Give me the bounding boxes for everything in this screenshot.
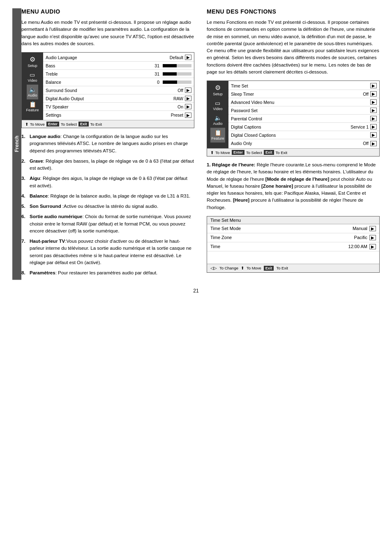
change-text: To Change xyxy=(219,266,238,270)
right-section-title: MENU DES FONCTIONS xyxy=(207,8,380,15)
audio-language-value: Default xyxy=(170,55,183,60)
list-num-6: 6. xyxy=(21,213,28,235)
list-label-3: Aigu xyxy=(30,176,40,181)
digital-closed-captions-label: Digital Closed Captions xyxy=(231,133,356,138)
timeset-move-icon: ⬆ xyxy=(241,266,244,270)
audio-label: Audio xyxy=(28,93,37,97)
feature-exit-text: To Exit xyxy=(276,150,288,155)
list-item-2: 2. Grave: Réglage des basses, la plage d… xyxy=(21,158,194,172)
list-content-5: Son Surround :Active ou désactive la sté… xyxy=(30,203,194,210)
list-item-4: 4. Balance: Réglage de la balance audio,… xyxy=(21,193,194,200)
password-label: Password Set xyxy=(231,108,356,113)
feature-menu-icon-video: ▭ Video xyxy=(212,98,224,113)
timeset-box-title: Time Set Menu xyxy=(207,216,379,224)
feature-setup-icon: ⚙ xyxy=(215,85,221,91)
timeset-zone-value: Pacific xyxy=(347,235,367,240)
list-item-7: 7. Haut-parleur TV:Vous pouvez choisir d… xyxy=(21,238,194,266)
video-icon: ▭ xyxy=(30,72,35,78)
digital-audio-arrow[interactable]: ▶ xyxy=(185,96,191,101)
menu-row-tv-speaker: TV Speaker On ▶ xyxy=(43,103,194,111)
surround-value: Off xyxy=(171,88,183,93)
list-num-3: 3. xyxy=(21,175,28,189)
left-section-title: MENU AUDIO xyxy=(21,8,194,15)
balance-bar-track xyxy=(163,81,191,84)
menu-row-bass: Bass 31 xyxy=(43,62,194,70)
settings-arrow[interactable]: ▶ xyxy=(185,113,191,118)
digital-closed-captions-arrow[interactable]: ▶ xyxy=(370,132,377,138)
menu-row-time-set: Time Set ▶ xyxy=(228,82,379,90)
balance-label: Balance xyxy=(46,80,147,85)
audio-language-arrow[interactable]: ▶ xyxy=(185,55,191,60)
timeset-row-zone: Time Zone Pacific ▶ xyxy=(207,233,379,242)
audio-menu-footer: ⬆ To Move Enter To Select Exit To Exit xyxy=(22,120,194,128)
timeset-move-text: To Move xyxy=(247,266,261,270)
exit-text: To Exit xyxy=(90,122,102,127)
menu-icon-feature: 📋 Feature xyxy=(25,99,39,114)
timeset-zone-arrow[interactable]: ▶ xyxy=(369,235,376,240)
list-content-2: Grave: Réglage des basses, la plage de r… xyxy=(30,158,194,172)
menu-icon-video: ▭ Video xyxy=(27,70,38,85)
audio-only-arrow[interactable]: ▶ xyxy=(370,141,377,146)
page-number: 21 xyxy=(12,288,380,294)
timeset-mode-arrow[interactable]: ▶ xyxy=(369,226,376,231)
left-numbered-list: 1. Langue audio: Change la configuration… xyxy=(21,133,194,276)
right-intro-text: Le menu Fonctions en mode TV est présent… xyxy=(207,19,380,76)
timeset-time-arrow[interactable]: ▶ xyxy=(369,244,376,249)
menu-row-balance: Balance 0 xyxy=(43,78,194,86)
list-num-4: 4. xyxy=(21,193,28,200)
list-num-7: 7. xyxy=(21,238,28,266)
list-item-3: 3. Aigu: Réglage des aigus, la plage de … xyxy=(21,175,194,189)
bass-bar-container: 31 xyxy=(147,63,191,68)
tv-speaker-arrow[interactable]: ▶ xyxy=(185,104,191,109)
menu-row-audio-only: Audio Only Off ▶ xyxy=(228,139,379,147)
timeset-desc-bold-title: Réglage de l'heure: xyxy=(212,162,256,167)
parental-arrow[interactable]: ▶ xyxy=(370,116,377,121)
tv-speaker-label: TV Speaker xyxy=(46,104,171,109)
list-item-8: 8. Paramètres: Pour restaurer les paramè… xyxy=(21,269,194,276)
feature-move-text: To Move xyxy=(215,150,230,155)
feature-audio-label: Audio xyxy=(213,122,222,126)
list-num-1: 1. xyxy=(21,133,28,154)
list-item-6: 6. Sortie audio numérique: Choix du form… xyxy=(21,213,194,235)
menu-icon-audio: 🔈 Audio xyxy=(27,85,38,99)
audio-only-value: Off xyxy=(356,141,369,146)
time-set-arrow[interactable]: ▶ xyxy=(370,83,377,88)
parental-label: Parental Control xyxy=(231,116,356,121)
list-num-8: 8. xyxy=(21,269,28,276)
tv-speaker-value: On xyxy=(171,104,183,109)
bass-label: Bass xyxy=(46,63,147,68)
feature-menu-icon-feature: 📋 Feature xyxy=(210,128,225,143)
list-num-2: 2. xyxy=(21,158,28,172)
enter-key: Enter xyxy=(46,122,59,127)
balance-value: 0 xyxy=(147,80,159,85)
menu-row-digital-audio: Digital Audio Output RAW ▶ xyxy=(43,94,194,103)
balance-bar-container: 0 xyxy=(147,80,191,85)
timeset-time-value: 12:00 AM xyxy=(347,244,367,249)
digital-captions-label: Digital Captions xyxy=(231,124,350,129)
select-text: To Select xyxy=(61,122,77,127)
treble-bar-container: 31 xyxy=(147,71,191,76)
timeset-description: 1. Réglage de l'heure: Règle l'heure cou… xyxy=(207,161,380,211)
digital-audio-value: RAW xyxy=(171,96,183,101)
sleep-timer-arrow[interactable]: ▶ xyxy=(370,91,377,97)
feature-label: Feature xyxy=(26,108,39,112)
digital-captions-arrow[interactable]: ▶ xyxy=(370,124,377,129)
treble-label: Treble xyxy=(46,71,147,76)
list-label-7: Haut-parleur TV xyxy=(30,239,65,244)
time-set-label: Time Set xyxy=(231,83,356,88)
balance-bar-fill xyxy=(163,81,177,84)
timeset-exit-text: To Exit xyxy=(276,266,288,270)
list-num-5: 5. xyxy=(21,203,28,210)
setup-icon: ⚙ xyxy=(30,56,35,63)
list-label-6: Sortie audio numérique xyxy=(30,214,82,219)
audio-menu-icons: ⚙ Setup ▭ Video 🔈 Audio xyxy=(22,53,43,120)
feature-move-icon: ⬆ xyxy=(210,150,214,155)
move-icon: ⬆ xyxy=(25,122,28,127)
video-label: Video xyxy=(28,78,37,83)
feature-video-label: Video xyxy=(213,107,223,111)
advanced-video-arrow[interactable]: ▶ xyxy=(370,99,377,105)
menu-row-parental: Parental Control ▶ xyxy=(228,115,379,123)
password-arrow[interactable]: ▶ xyxy=(370,108,377,113)
list-content-3: Aigu: Réglage des aigus, la plage de rég… xyxy=(30,175,194,189)
surround-arrow[interactable]: ▶ xyxy=(185,87,191,93)
